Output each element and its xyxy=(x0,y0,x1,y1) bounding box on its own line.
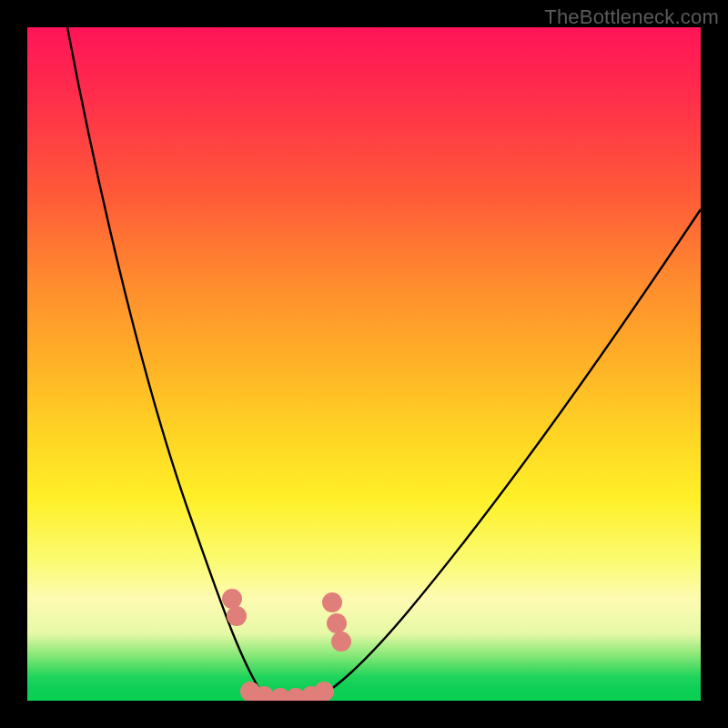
marker-dot xyxy=(222,589,242,609)
right-curve xyxy=(315,209,701,699)
watermark-text: TheBottleneck.com xyxy=(544,5,719,29)
marker-dot xyxy=(331,632,351,652)
plot-area xyxy=(27,27,701,701)
curves-layer xyxy=(27,27,701,701)
marker-dot xyxy=(322,592,342,612)
chart-stage: TheBottleneck.com xyxy=(0,0,728,728)
marker-dot xyxy=(327,613,347,633)
markers-group xyxy=(222,589,351,701)
marker-dot xyxy=(227,606,247,626)
marker-dot xyxy=(314,682,334,701)
